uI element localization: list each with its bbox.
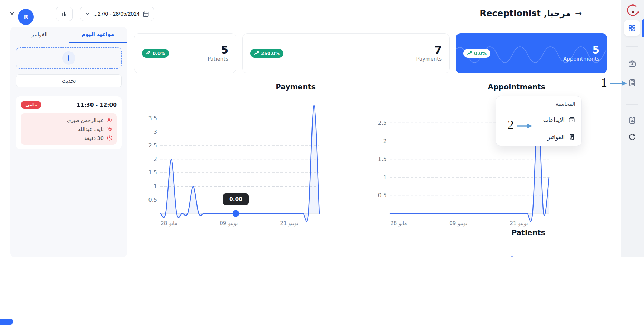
stat-value: 5 [563,44,599,56]
appointment-header: 11:30 - 12:00 ملغي [21,101,117,109]
svg-text:21 يونيو: 21 يونيو [510,220,528,227]
plus-circle [62,51,75,65]
trend-up-icon [254,51,259,55]
appointments-side-panel: مواعيد اليوم الفواتير تحديث 11:30 - 12:0… [10,27,127,257]
svg-text:2.5: 2.5 [378,120,387,126]
appointment-doctor-row: نايف عبدالله [25,126,113,132]
clipboard-chart-icon [628,116,636,124]
clinic-stethoscope-logo-icon [625,3,640,18]
sidebar-divider [626,104,638,105]
svg-text:3.5: 3.5 [148,115,157,122]
refresh-icon [628,133,636,141]
page-title-wrap: → مرحبا, Receptionist [480,8,582,18]
tab-today-appointments[interactable]: مواعيد اليوم [69,27,127,43]
chart-title: Payments [145,83,321,93]
avatar[interactable]: R [18,9,34,25]
trend-badge: 0.0% [463,49,490,58]
svg-text:1.5: 1.5 [378,156,387,162]
topbar-divider [44,6,44,21]
svg-text:2: 2 [154,156,157,162]
chart-tooltip: 0.00 [223,193,249,205]
wallet-icon [568,116,575,123]
date-range-picker[interactable]: ...27/0 - 28/05/2024 [80,7,154,21]
menu-item-label: الايداعات [543,117,565,123]
payments-plot[interactable]: 0.511.522.533.528 مايو09 يونيو21 يونيو [145,93,321,229]
back-arrow-icon[interactable]: → [575,9,582,18]
horizontal-scrollbar-thumb[interactable] [0,319,13,325]
trend-value: 250.0% [261,51,280,56]
svg-text:2: 2 [383,138,387,144]
svg-text:0.5: 0.5 [148,197,157,203]
update-button[interactable]: تحديث [16,74,122,87]
annotation-number-2: 2 [508,117,514,132]
stat-label: Payments [416,56,442,62]
patients-chart: Patients [375,229,551,257]
nav-accounting-calculator[interactable] [628,79,636,87]
trend-value: 0.0% [153,51,165,56]
panel-tabs: مواعيد اليوم الفواتير [10,27,127,42]
stat-card-payments[interactable]: 250.0% 7 Payments [242,33,450,73]
chevron-down-icon [85,11,90,16]
calendar-icon [143,11,149,17]
trend-badge: 0.0% [142,49,169,58]
trend-value: 0.0% [474,51,487,56]
chevron-down-icon [9,11,15,16]
calculator-icon [628,79,636,87]
stat-card-patients[interactable]: 0.0% 5 Patients [134,33,236,73]
right-nav-sidebar [621,0,644,257]
appointment-patient-row: عبدالرحمن صبري [25,117,113,123]
nav-medical-services[interactable] [628,59,636,68]
svg-text:09 يونيو: 09 يونيو [449,220,467,227]
analytics-button[interactable] [56,7,73,21]
appointment-time: 11:30 - 12:00 [77,102,117,108]
tab-invoices[interactable]: الفواتير [10,27,69,42]
svg-text:09 يونيو: 09 يونيو [220,220,238,227]
trend-up-icon [467,51,472,55]
dropdown-header: المحاسبة [496,96,581,111]
clock-icon [107,135,113,141]
stat-label: Patients [208,56,228,62]
active-nav-indicator [642,19,644,37]
bar-chart-icon [60,10,68,18]
stat-cards-row: 0.0% 5 Patients 250.0% 7 Payments 0 [134,33,607,73]
medical-kit-icon [628,59,636,68]
page-title: مرحبا, Receptionist [480,8,571,18]
refresh-button[interactable] [628,133,636,141]
svg-text:28 مايو: 28 مايو [390,220,407,227]
stat-label: Appointments [563,56,599,62]
status-badge: ملغي [21,101,41,109]
annotation-arrow-1-right-arrow-icon [610,80,627,86]
appointment-card[interactable]: 11:30 - 12:00 ملغي عبدالرحمن صبري [16,96,122,149]
appointment-duration: 30 دقيقة [84,135,104,141]
nav-reports[interactable] [628,116,636,124]
svg-text:1.5: 1.5 [148,169,157,176]
nav-dashboard[interactable] [624,20,640,36]
svg-text:3: 3 [154,128,157,135]
stat-value: 7 [416,44,442,56]
svg-text:2.5: 2.5 [148,142,157,149]
collapse-chevron-button[interactable] [9,11,16,16]
svg-text:1: 1 [383,174,387,181]
add-appointment-button[interactable] [16,47,122,69]
appointment-details: عبدالرحمن صبري نايف عبدالله 30 دقيق [21,113,117,145]
menu-item-label: الفواتير [547,134,565,141]
appointment-duration-row: 30 دقيقة [25,135,113,141]
avatar-initial: R [23,13,28,20]
chart-title: Patients [375,229,551,239]
plus-icon [66,55,72,61]
chart-title: Appointments [375,83,551,93]
top-bar: R ...27/0 - 28/05/2024 → مرحبا, Receptio… [0,0,621,26]
app-viewport: R ...27/0 - 28/05/2024 → مرحبا, Receptio… [0,0,644,257]
stat-card-appointments[interactable]: 0.0% 5 Appointments [456,33,607,73]
payments-chart: Payments 0.511.522.533.528 مايو09 يونيو2… [145,83,321,229]
patients-plot[interactable] [375,239,551,257]
trend-badge: 250.0% [250,49,283,58]
annotation-number-1: 1 [601,75,607,90]
sidebar-divider [626,46,638,47]
annotation-arrow-2-right-arrow-icon [517,123,532,129]
receipt-icon [568,134,575,141]
stat-value: 5 [208,44,228,56]
date-range-value: ...27/0 - 28/05/2024 [93,11,140,17]
doctor-name: نايف عبدالله [78,126,104,132]
patient-name: عبدالرحمن صبري [67,117,104,123]
